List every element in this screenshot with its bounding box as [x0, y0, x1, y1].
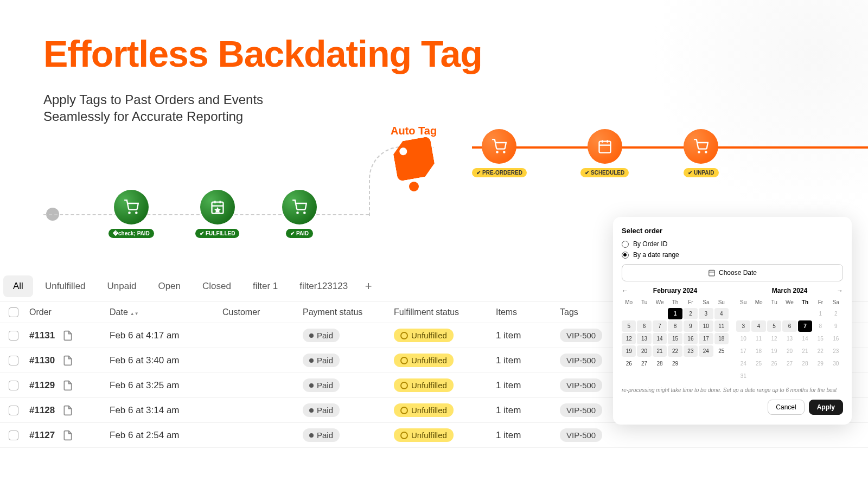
calendar-day[interactable]: 17: [699, 333, 713, 344]
col-date[interactable]: Date▲▼: [110, 307, 218, 317]
note-icon[interactable]: [62, 330, 73, 341]
calendar-day[interactable]: 25: [714, 345, 729, 357]
calendar-day[interactable]: 19: [767, 345, 781, 357]
calendar-day[interactable]: 15: [813, 333, 827, 344]
calendar-day[interactable]: 1: [668, 308, 682, 319]
calendar-day[interactable]: 24: [736, 358, 750, 369]
sort-icon[interactable]: ▲▼: [130, 312, 139, 316]
tab-all[interactable]: All: [3, 275, 33, 297]
calendar-day[interactable]: 4: [751, 320, 765, 332]
calendar-day[interactable]: 15: [668, 333, 682, 344]
calendar-day[interactable]: 20: [782, 345, 796, 357]
row-checkbox[interactable]: [9, 356, 18, 365]
col-fulfillment[interactable]: Fulfillment status: [394, 307, 492, 317]
next-month-button[interactable]: →: [837, 287, 843, 294]
calendar-day[interactable]: 14: [798, 333, 812, 344]
row-checkbox[interactable]: [9, 406, 18, 415]
choose-date-button[interactable]: Choose Date: [622, 264, 843, 281]
calendar-day[interactable]: 28: [653, 358, 667, 369]
calendar-day[interactable]: 10: [736, 333, 750, 344]
calendar-day[interactable]: 7: [653, 320, 667, 332]
calendar-day[interactable]: 23: [684, 345, 698, 357]
tab-closed[interactable]: Closed: [193, 275, 241, 297]
calendar-day[interactable]: 6: [782, 320, 796, 332]
note-icon[interactable]: [62, 405, 73, 416]
calendar-day[interactable]: 27: [782, 358, 796, 369]
calendar-day[interactable]: 29: [813, 358, 827, 369]
calendar-day[interactable]: 7: [798, 320, 812, 332]
calendar-day[interactable]: 8: [813, 320, 827, 332]
tab-unpaid[interactable]: Unpaid: [98, 275, 146, 297]
tab-unfulfilled[interactable]: Unfulfilled: [35, 275, 95, 297]
calendar-day[interactable]: 23: [829, 345, 843, 357]
calendar-day[interactable]: 3: [736, 320, 750, 332]
calendar-day[interactable]: 26: [622, 358, 636, 369]
note-icon[interactable]: [62, 430, 73, 441]
calendar-day[interactable]: 13: [637, 333, 651, 344]
calendar-day[interactable]: 6: [637, 320, 651, 332]
calendar-day[interactable]: 9: [829, 320, 843, 332]
cancel-button[interactable]: Cancel: [768, 400, 804, 415]
calendar-day[interactable]: 31: [736, 370, 750, 382]
calendar-day[interactable]: 17: [736, 345, 750, 357]
payment-status-badge: Paid: [303, 329, 340, 342]
calendar-day[interactable]: 14: [653, 333, 667, 344]
calendar-day[interactable]: 16: [684, 333, 698, 344]
calendar-day[interactable]: 24: [699, 345, 713, 357]
col-customer[interactable]: Customer: [222, 307, 298, 317]
order-id[interactable]: #1130: [29, 355, 105, 366]
calendar-day[interactable]: 19: [622, 345, 636, 357]
tab-filter123123[interactable]: filter123123: [290, 275, 358, 297]
calendar-day[interactable]: 1: [813, 308, 827, 319]
calendar-day[interactable]: 21: [653, 345, 667, 357]
row-checkbox[interactable]: [9, 331, 18, 341]
calendar-day[interactable]: 10: [699, 320, 713, 332]
order-id[interactable]: #1128: [29, 405, 105, 416]
calendar-day[interactable]: 29: [668, 358, 682, 369]
calendar-day[interactable]: 2: [684, 308, 698, 319]
col-items[interactable]: Items: [496, 307, 556, 317]
calendar-day[interactable]: 3: [699, 308, 713, 319]
table-row[interactable]: #1127Feb 6 at 2:54 amPaidUnfulfilled1 it…: [0, 423, 868, 448]
calendar-day[interactable]: 11: [714, 320, 729, 332]
apply-button[interactable]: Apply: [809, 400, 843, 415]
radio-by-date-range[interactable]: By a date range: [622, 251, 843, 259]
calendar-day[interactable]: 8: [668, 320, 682, 332]
note-icon[interactable]: [62, 380, 73, 391]
calendar-day[interactable]: 18: [714, 333, 729, 344]
calendar-day[interactable]: 27: [637, 358, 651, 369]
calendar-day[interactable]: 13: [782, 333, 796, 344]
calendar-day[interactable]: 28: [798, 358, 812, 369]
calendar-day[interactable]: 18: [751, 345, 765, 357]
calendar-day[interactable]: 16: [829, 333, 843, 344]
tab-filter-1[interactable]: filter 1: [243, 275, 288, 297]
calendar-day[interactable]: 26: [767, 358, 781, 369]
calendar-day[interactable]: 9: [684, 320, 698, 332]
select-all-checkbox[interactable]: [9, 307, 18, 317]
prev-month-button[interactable]: ←: [622, 287, 628, 294]
calendar-day[interactable]: 20: [637, 345, 651, 357]
calendar-day[interactable]: 25: [751, 358, 765, 369]
calendar-day[interactable]: 21: [798, 345, 812, 357]
order-id[interactable]: #1129: [29, 380, 105, 391]
add-filter-button[interactable]: +: [360, 278, 377, 295]
col-order[interactable]: Order: [29, 307, 105, 317]
order-id[interactable]: #1131: [29, 330, 105, 341]
col-payment[interactable]: Payment status: [303, 307, 390, 317]
calendar-day[interactable]: 12: [767, 333, 781, 344]
calendar-day[interactable]: 22: [813, 345, 827, 357]
order-id[interactable]: #1127: [29, 430, 105, 441]
calendar-day[interactable]: 22: [668, 345, 682, 357]
calendar-day[interactable]: 2: [829, 308, 843, 319]
radio-by-order-id[interactable]: By Order ID: [622, 240, 843, 248]
calendar-day[interactable]: 5: [622, 320, 636, 332]
row-checkbox[interactable]: [9, 381, 18, 390]
row-checkbox[interactable]: [9, 431, 18, 440]
calendar-day[interactable]: 11: [751, 333, 765, 344]
tab-open[interactable]: Open: [148, 275, 190, 297]
calendar-day[interactable]: 30: [829, 358, 843, 369]
calendar-day[interactable]: 4: [714, 308, 729, 319]
calendar-day[interactable]: 5: [767, 320, 781, 332]
calendar-day[interactable]: 12: [622, 333, 636, 344]
note-icon[interactable]: [62, 355, 73, 366]
